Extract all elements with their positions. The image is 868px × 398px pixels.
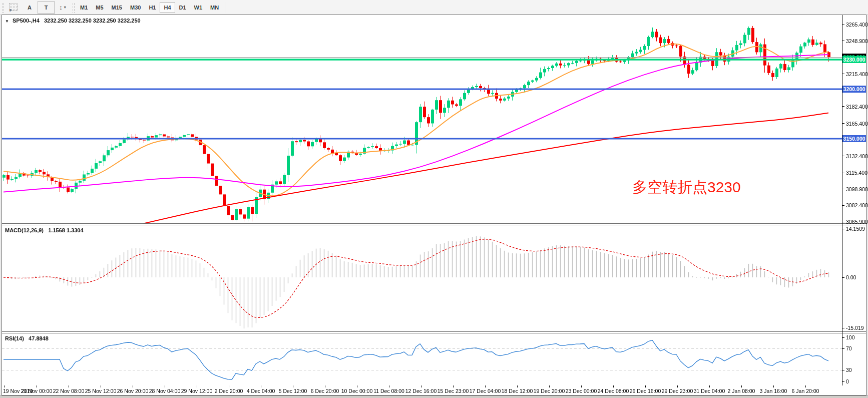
time-tick-mark xyxy=(5,385,5,387)
grid-dots-icon: F xyxy=(9,4,18,11)
time-tick-mark xyxy=(197,385,197,387)
rsi-level-label: 0 xyxy=(842,378,849,384)
toolbar-grip[interactable] xyxy=(2,3,4,13)
time-tick-mark xyxy=(485,385,486,387)
time-tick-mark xyxy=(165,385,165,387)
symbol-header: ▼ SP500-,H4 3232.250 3232.250 3232.250 3… xyxy=(5,18,141,24)
time-axis-label: 12 Dec 16:00 xyxy=(405,388,437,394)
time-axis-label: 22 Nov 08:00 xyxy=(53,388,84,394)
time-tick-mark xyxy=(389,385,389,387)
macd-zero-label: 0.00 xyxy=(842,274,856,280)
time-tick-mark xyxy=(709,385,710,387)
timeframe-button-m30[interactable]: M30 xyxy=(126,2,145,13)
price-tick-label: 3132.400 xyxy=(842,153,868,159)
timeframe-button-m15[interactable]: M15 xyxy=(108,2,126,13)
timeframe-button-mn[interactable]: MN xyxy=(206,2,223,13)
time-axis-label: 6 Jan 20:00 xyxy=(792,388,819,394)
time-axis-label: 5 Dec 12:00 xyxy=(279,388,307,394)
time-tick-mark xyxy=(773,385,774,387)
time-axis: 19 Nov 201921 Nov 00:0022 Nov 08:0025 No… xyxy=(2,385,866,395)
timeframe-button-w1[interactable]: W1 xyxy=(190,2,207,13)
text-tool-button[interactable]: T xyxy=(38,2,55,14)
symbol-title: SP500-,H4 xyxy=(13,18,40,24)
chart-window: ▼ SP500-,H4 3232.250 3232.250 3232.250 3… xyxy=(2,15,866,395)
price-line-label-box: 3200.000 xyxy=(842,86,866,93)
chevron-down-icon: ▾ xyxy=(64,5,66,10)
label-a-button[interactable]: A xyxy=(22,2,38,13)
rsi-panel-canvas[interactable] xyxy=(2,333,842,385)
time-axis-label: 15 Dec 23:00 xyxy=(438,388,469,394)
price-tick-label: 3215.400 xyxy=(842,71,868,77)
macd-min-label: -15.019 xyxy=(842,325,864,331)
rsi-level-label: 100 xyxy=(842,334,855,340)
time-axis-label: 2 Dec 20:00 xyxy=(215,388,243,394)
toolbar-grip[interactable] xyxy=(72,3,75,13)
symbol-dropdown-icon[interactable]: ▼ xyxy=(5,19,9,24)
top-toolbar: F A T ↕ ▾ M1M5M15M30H1H4D1W1MN xyxy=(0,0,868,15)
toolbar-separator xyxy=(225,2,225,13)
time-axis-label: 2 Jan 08:00 xyxy=(728,388,755,394)
time-axis-label: 19 Dec 20:00 xyxy=(534,388,565,394)
macd-max-label: 14.1509 xyxy=(842,226,865,232)
timeframe-button-d1[interactable]: D1 xyxy=(175,2,190,13)
rsi-level-label: 70 xyxy=(842,345,852,351)
price-tick-label: 3082.400 xyxy=(842,202,868,208)
price-axis-line xyxy=(842,15,842,385)
timeframe-button-m1[interactable]: M1 xyxy=(76,2,92,13)
macd-panel-canvas[interactable] xyxy=(2,225,842,331)
price-line-label-box: 3230.000 xyxy=(842,56,866,63)
time-axis-label: 17 Dec 04:00 xyxy=(470,388,501,394)
time-axis-label: 11 Dec 08:00 xyxy=(373,388,404,394)
arrows-icon: ↕ xyxy=(59,4,63,11)
timeframe-button-m5[interactable]: M5 xyxy=(92,2,107,13)
rsi-header: RSI(14) 47.8848 xyxy=(5,335,49,341)
time-axis-label: 29 Nov 12:00 xyxy=(181,388,212,394)
time-axis-label: 26 Nov 20:00 xyxy=(117,388,148,394)
rsi-level-label: 30 xyxy=(842,367,852,373)
time-axis-label: 6 Dec 20:00 xyxy=(311,388,339,394)
price-tick-label: 3165.400 xyxy=(842,121,868,127)
time-tick-mark xyxy=(453,385,454,387)
price-line-label-box: 3150.000 xyxy=(842,135,866,142)
time-tick-mark xyxy=(645,385,646,387)
time-axis-label: 18 Dec 12:00 xyxy=(502,388,533,394)
time-tick-mark xyxy=(421,385,421,387)
time-tick-mark xyxy=(677,385,678,387)
symbol-ohlc-values: 3232.250 3232.250 3232.250 3232.250 xyxy=(44,18,141,24)
time-tick-mark xyxy=(517,385,518,387)
time-axis-label: 29 Dec 23:00 xyxy=(662,388,693,394)
rsi-name: RSI(14) xyxy=(5,335,24,341)
time-tick-mark xyxy=(229,385,229,387)
chart-annotation-text[interactable]: 多空转折点3230 xyxy=(632,177,741,198)
indicators-dropdown-button[interactable]: ↕ ▾ xyxy=(55,2,71,13)
chart-grid-button[interactable]: F xyxy=(6,2,22,13)
timeframe-button-h1[interactable]: H1 xyxy=(145,2,160,13)
time-tick-mark xyxy=(581,385,582,387)
time-tick-mark xyxy=(549,385,550,387)
price-tick-label: 3115.400 xyxy=(842,170,867,176)
macd-name: MACD(12,26,9) xyxy=(5,227,44,233)
timeframe-bar: M1M5M15M30H1H4D1W1MN xyxy=(76,2,223,13)
time-tick-mark xyxy=(741,385,742,387)
window-bottom-strip xyxy=(0,395,868,398)
time-axis-label: 21 Nov 00:00 xyxy=(21,388,52,394)
time-axis-label: 3 Jan 16:00 xyxy=(760,388,787,394)
time-tick-mark xyxy=(261,385,261,387)
price-line-label-box: 3232.250 xyxy=(842,54,866,61)
time-tick-mark xyxy=(293,385,293,387)
time-axis-label: 4 Dec 04:00 xyxy=(247,388,275,394)
time-axis-label: 25 Nov 12:00 xyxy=(85,388,116,394)
time-axis-label: 23 Dec 00:00 xyxy=(566,388,597,394)
time-axis-label: 24 Dec 08:00 xyxy=(598,388,629,394)
time-tick-mark xyxy=(37,385,37,387)
macd-header: MACD(12,26,9) 1.1568 1.3304 xyxy=(5,227,84,233)
price-tick-label: 3182.400 xyxy=(842,104,868,110)
time-tick-mark xyxy=(613,385,614,387)
price-tick-label: 3098.900 xyxy=(842,186,868,192)
time-axis-label: 28 Nov 04:00 xyxy=(149,388,180,394)
time-axis-label: 10 Dec 00:00 xyxy=(341,388,372,394)
timeframe-button-h4[interactable]: H4 xyxy=(160,2,175,13)
rsi-value: 47.8848 xyxy=(29,335,49,341)
time-tick-mark xyxy=(325,385,325,387)
time-tick-mark xyxy=(69,385,69,387)
